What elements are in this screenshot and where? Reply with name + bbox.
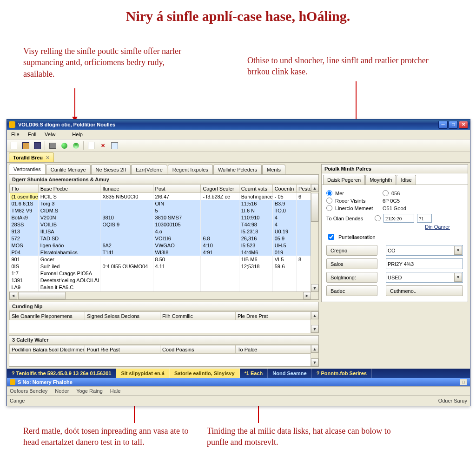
- subtab-0[interactable]: Vertoranties: [9, 164, 46, 174]
- mid-grid-vscroll[interactable]: ▲▼: [311, 311, 318, 333]
- scroll-right-icon[interactable]: ►: [303, 292, 311, 299]
- col-header[interactable]: Filh Commilic: [160, 312, 236, 320]
- table-row[interactable]: 572TAD SDVOI1I66.826,31605.9: [10, 235, 311, 242]
- smenu-0[interactable]: Oefoers Bencley: [10, 388, 47, 394]
- form-combo[interactable]: CO▼: [386, 245, 463, 256]
- radio-1[interactable]: [326, 198, 332, 204]
- form-label-btn[interactable]: Cregno: [326, 245, 377, 256]
- menu-edit[interactable]: Eoll: [24, 130, 40, 139]
- toolbar-doc-icon[interactable]: [86, 140, 96, 151]
- subtab-2[interactable]: Ne Sieses 2II: [91, 165, 131, 174]
- low-grid[interactable]: Podlifion Balara 5oal DloclmmersPourt Ri…: [9, 345, 311, 361]
- table-row[interactable]: 1391Desetast!ceilng AÖl.CILÄl: [10, 277, 311, 284]
- table-row[interactable]: BotAk9V200N38103810 SMS7110:9104: [10, 214, 311, 221]
- col-header[interactable]: Post: [153, 185, 201, 193]
- col-header[interactable]: Cagorl Seuler: [201, 185, 239, 193]
- titlebar[interactable]: VOLD06:S dlogm otic, Poldlitior Noulles …: [7, 119, 470, 130]
- radio-0b[interactable]: [383, 190, 389, 196]
- table-row[interactable]: P04ElsratolahamiicsT141WI3I84:9114:4M601…: [10, 249, 311, 256]
- minimize-button[interactable]: ─: [438, 121, 448, 129]
- scroll-up-icon[interactable]: ▲: [311, 311, 318, 319]
- col-header[interactable]: Ple Dres Prat: [236, 312, 311, 320]
- toolbar-delete-icon[interactable]: ✕: [98, 140, 108, 151]
- subtab-1[interactable]: Cunlile Menaye: [46, 165, 91, 174]
- chevron-down-icon[interactable]: ▼: [454, 246, 462, 255]
- scroll-up-icon[interactable]: ▲: [311, 184, 318, 192]
- subtab-6[interactable]: Ments: [262, 165, 285, 174]
- rp-tab-0[interactable]: Daisk Pegeren: [323, 175, 365, 185]
- col-header[interactable]: Flo: [10, 185, 39, 193]
- scroll-thumb[interactable]: [311, 193, 318, 222]
- form-label-btn[interactable]: Solglmong:: [326, 272, 377, 283]
- to-input[interactable]: [383, 214, 414, 223]
- col-header[interactable]: Cood Poasins: [160, 345, 236, 354]
- scroll-down-icon[interactable]: ▼: [311, 284, 318, 292]
- col-header[interactable]: Pestohatrdl: [297, 185, 311, 193]
- file-tab-active[interactable]: Toralld Breu ✕: [9, 152, 54, 162]
- table-row[interactable]: 1:7Exronal Craggs PIO5A: [10, 270, 311, 277]
- table-row[interactable]: 28SSVOILIBOQIS:9103000105T44:984: [10, 221, 311, 228]
- table-row[interactable]: 913IILISA4.oI5.2318U0.19: [10, 228, 311, 235]
- toolbar-globe-icon[interactable]: [59, 140, 69, 151]
- toolbar-save-icon[interactable]: [32, 140, 42, 151]
- scroll-down-icon[interactable]: ▼: [311, 358, 318, 366]
- subtab-5[interactable]: Wulliihe Pcleders: [213, 165, 262, 174]
- main-grid[interactable]: FloBase PocbeIlunaeePostCagorl SeulerCeu…: [9, 184, 311, 299]
- low-grid-vscroll[interactable]: ▲▼: [311, 345, 318, 366]
- subtab-3[interactable]: Ezrr|Velerre: [131, 165, 167, 174]
- status-seg-2[interactable]: Sit slipypidat en.á: [116, 369, 170, 378]
- scroll-down-icon[interactable]: ▼: [311, 325, 318, 333]
- col-header[interactable]: Ilunaee: [100, 185, 153, 193]
- maximize-button[interactable]: □: [449, 121, 458, 129]
- table-row[interactable]: 0ISSull: iled0:4 0I55 OUGMO044.1112;5318…: [10, 263, 311, 270]
- col-header[interactable]: Pourt Rie Past: [85, 345, 160, 354]
- table-row[interactable]: (1 oseinffuer. WHCIL SX835:NI5U0CI02I6.4…: [10, 193, 311, 200]
- to-extra-input[interactable]: [417, 214, 432, 223]
- toolbar-rect-icon[interactable]: [109, 140, 119, 151]
- scroll-hthumb[interactable]: [18, 292, 66, 299]
- scroll-left-icon[interactable]: ◄: [9, 292, 17, 299]
- smenu-1[interactable]: Noder: [55, 388, 69, 394]
- table-row[interactable]: 01.6.6;1STorg 3OIN11:516B3.9: [10, 200, 311, 207]
- table-row[interactable]: 901Gocer8.501IB M6VL58: [10, 256, 311, 263]
- table-row[interactable]: TM82 V9CIDM.S51I.6 NTO.0: [10, 207, 311, 214]
- chevron-down-icon[interactable]: ▼: [454, 273, 462, 282]
- bottom-right-label[interactable]: Oduer Saruy: [438, 398, 467, 403]
- smenu-3[interactable]: Hale: [110, 388, 121, 394]
- toolbar-open-icon[interactable]: [20, 140, 31, 151]
- main-grid-vscroll[interactable]: ▲ ▼: [311, 184, 318, 292]
- col-header[interactable]: Base Pocbe: [38, 185, 100, 193]
- main-grid-hscroll[interactable]: ◄ ►: [9, 291, 311, 299]
- table-row[interactable]: MOSligen 6aóo6A2VWGAO4:10I5:523UH.5: [10, 242, 311, 249]
- right-link[interactable]: Din Oanrer: [425, 224, 450, 230]
- toolbar-refresh-icon[interactable]: [71, 140, 81, 151]
- form-combo[interactable]: USED▼: [386, 272, 463, 283]
- second-restore-icon[interactable]: □: [460, 379, 467, 385]
- status-seg-3[interactable]: Satorle ealintlo, Sinyisvy: [170, 369, 240, 378]
- rp-tab-2[interactable]: Idise: [397, 175, 416, 185]
- menu-view[interactable]: Velw: [40, 130, 60, 139]
- check-0[interactable]: [328, 234, 334, 240]
- radio-0[interactable]: [326, 190, 332, 196]
- col-header[interactable]: Cooentn: [272, 185, 296, 193]
- form-action-btn[interactable]: Cuthmeno..: [386, 285, 463, 296]
- table-row[interactable]: LA9Baian it EA6.C: [10, 284, 311, 291]
- rp-tab-1[interactable]: Moyrighth: [365, 175, 396, 185]
- close-button[interactable]: ✕: [459, 121, 468, 129]
- scroll-up-icon[interactable]: ▲: [311, 345, 318, 353]
- subtab-4[interactable]: Regent Irxpoles: [168, 165, 213, 174]
- menu-file[interactable]: File: [7, 130, 24, 139]
- form-label-btn[interactable]: Badec: [326, 285, 377, 296]
- col-header[interactable]: Slgned Seloss Decions: [85, 312, 160, 320]
- to-radio[interactable]: [375, 215, 381, 221]
- form-label-btn[interactable]: Salos: [326, 258, 377, 269]
- col-header[interactable]: Podlifion Balara 5oal Dloclmmers: [10, 345, 85, 354]
- toolbar-print-icon[interactable]: [47, 140, 58, 151]
- status-seg-5[interactable]: Nond Seamne: [268, 369, 311, 378]
- col-header[interactable]: Ceurnt vats: [239, 185, 272, 193]
- col-header[interactable]: To Palce: [236, 345, 311, 354]
- mid-grid[interactable]: Sie Oaanrlle PleponemensSlgned Seloss De…: [9, 311, 311, 327]
- col-header[interactable]: Sie Oaanrlle Pleponemens: [10, 312, 85, 320]
- smenu-2[interactable]: Yoge Raing: [76, 388, 102, 394]
- file-tab-close-icon[interactable]: ✕: [46, 155, 50, 161]
